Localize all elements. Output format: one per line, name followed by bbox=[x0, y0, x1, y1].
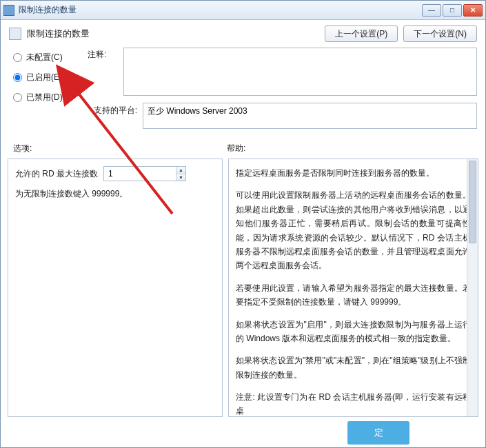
max-conn-label: 允许的 RD 最大连接数 bbox=[15, 168, 98, 180]
platform-value: 至少 Windows Server 2003 bbox=[143, 103, 477, 129]
section-labels: 选项: 帮助: bbox=[1, 130, 485, 159]
radio-not-configured[interactable]: 未配置(C) bbox=[13, 52, 88, 63]
policy-icon bbox=[9, 28, 21, 40]
options-section-label: 选项: bbox=[13, 143, 227, 154]
config-row: 未配置(C) 已启用(E) 已禁用(D) 注释: 支持的平台: 至少 Windo… bbox=[1, 45, 485, 130]
options-pane: 允许的 RD 最大连接数 ▲ ▼ 为无限制连接数键入 999999。 bbox=[8, 159, 223, 417]
header-row: 限制连接的数量 上一个设置(P) 下一个设置(N) bbox=[1, 20, 485, 45]
titlebar: 限制连接的数量 — □ ✕ bbox=[1, 1, 485, 20]
spinner-buttons: ▲ ▼ bbox=[176, 167, 185, 181]
watermark-badge: 定 bbox=[347, 421, 409, 445]
help-p1: 指定远程桌面服务是否限制同时连接到服务器的数量。 bbox=[236, 166, 471, 180]
radio-not-configured-label: 未配置(C) bbox=[26, 52, 63, 63]
radio-enabled-input[interactable] bbox=[13, 73, 22, 82]
next-setting-button[interactable]: 下一个设置(N) bbox=[403, 26, 477, 42]
spinner-up-icon[interactable]: ▲ bbox=[176, 167, 185, 174]
platform-row: 支持的平台: 至少 Windows Server 2003 bbox=[88, 103, 477, 129]
right-column: 注释: 支持的平台: 至少 Windows Server 2003 bbox=[88, 48, 477, 129]
panes: 允许的 RD 最大连接数 ▲ ▼ 为无限制连接数键入 999999。 指定远程桌… bbox=[1, 159, 485, 417]
comment-textarea[interactable] bbox=[123, 48, 477, 96]
max-conn-spinner[interactable]: ▲ ▼ bbox=[103, 166, 186, 181]
maximize-button[interactable]: □ bbox=[443, 4, 462, 17]
radio-disabled[interactable]: 已禁用(D) bbox=[13, 92, 88, 103]
help-p3: 若要使用此设置，请输入希望为服务器指定的最大连接数量。若要指定不受限制的连接数量… bbox=[236, 281, 471, 309]
radio-not-configured-input[interactable] bbox=[13, 53, 22, 62]
help-p6: 注意: 此设置专门为在 RD 会话主机服务器(即，运行安装有远程桌 bbox=[236, 390, 471, 417]
help-scrollbar[interactable] bbox=[467, 159, 478, 416]
footer: 定 bbox=[1, 417, 485, 447]
spinner-down-icon[interactable]: ▼ bbox=[176, 174, 185, 181]
help-p2: 可以使用此设置限制服务器上活动的远程桌面服务会话的数量。如果超出此数量，则尝试连… bbox=[236, 188, 471, 272]
help-p5: 如果将状态设置为"禁用"或"未配置"，则在"组策略"级别上不强制限制连接的数量。 bbox=[236, 354, 471, 382]
window-controls: — □ ✕ bbox=[421, 4, 483, 17]
window-icon bbox=[3, 5, 14, 16]
scrollbar-thumb[interactable] bbox=[469, 161, 476, 243]
help-p4: 如果将状态设置为"启用"，则最大连接数限制为与服务器上运行的 Windows 版… bbox=[236, 318, 471, 346]
max-conn-row: 允许的 RD 最大连接数 ▲ ▼ bbox=[15, 166, 215, 181]
comment-row: 注释: bbox=[88, 48, 477, 96]
platform-label: 支持的平台: bbox=[88, 103, 137, 116]
watermark-text: 定 bbox=[374, 427, 383, 439]
help-pane: 指定远程桌面服务是否限制同时连接到服务器的数量。 可以使用此设置限制服务器上活动… bbox=[228, 159, 478, 417]
radio-enabled[interactable]: 已启用(E) bbox=[13, 72, 88, 83]
policy-title: 限制连接的数量 bbox=[27, 28, 319, 40]
policy-editor-window: 限制连接的数量 — □ ✕ 限制连接的数量 上一个设置(P) 下一个设置(N) … bbox=[0, 0, 486, 448]
radio-disabled-label: 已禁用(D) bbox=[26, 92, 63, 103]
window-title: 限制连接的数量 bbox=[19, 4, 421, 16]
radio-enabled-label: 已启用(E) bbox=[26, 72, 62, 83]
minimize-button[interactable]: — bbox=[422, 4, 441, 17]
prev-setting-button[interactable]: 上一个设置(P) bbox=[325, 26, 398, 42]
help-section-label: 帮助: bbox=[227, 143, 245, 154]
close-button[interactable]: ✕ bbox=[463, 4, 483, 17]
max-conn-input[interactable] bbox=[104, 167, 176, 181]
radio-disabled-input[interactable] bbox=[13, 93, 22, 102]
comment-label: 注释: bbox=[88, 48, 118, 61]
state-radios: 未配置(C) 已启用(E) 已禁用(D) bbox=[13, 48, 88, 129]
unlimited-note: 为无限制连接数键入 999999。 bbox=[15, 188, 215, 200]
